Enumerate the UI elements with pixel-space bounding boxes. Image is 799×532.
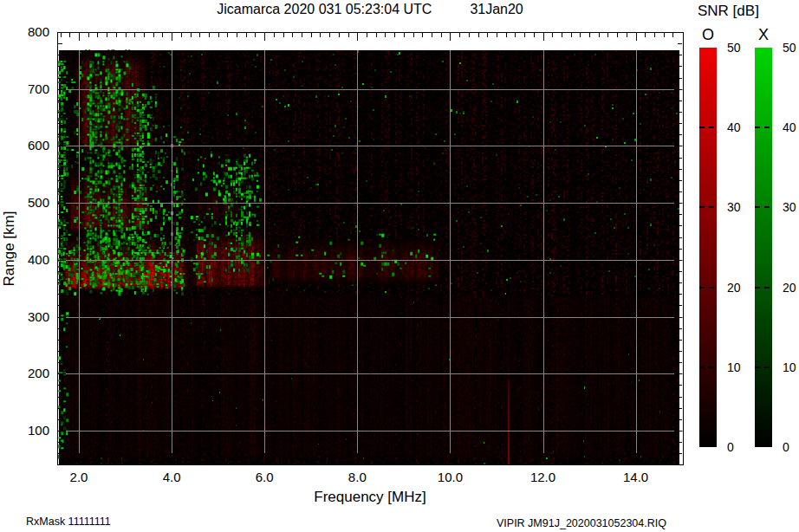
y-tick-label: 500 (0, 195, 49, 211)
colorbar-tick-label: 0 (727, 440, 734, 454)
colorbar-tick-mark (755, 287, 772, 289)
colorbar-tick-mark (755, 127, 772, 128)
y-tick-label: 300 (0, 309, 49, 325)
x-tick-label: 4.0 (163, 470, 181, 485)
title-date: 31Jan20 (470, 2, 523, 17)
x-tick-label: 10.0 (438, 470, 463, 485)
x-tick-label: 12.0 (530, 470, 555, 485)
y-axis-label: Range [km] (1, 211, 18, 287)
colorbar-tick-label: 20 (783, 281, 796, 295)
y-tick-label: 600 (0, 138, 49, 153)
colorbar-tick-label: 40 (783, 120, 796, 134)
colorbar-tick-label: 10 (783, 360, 796, 374)
ionogram-heatmap (57, 32, 684, 465)
filename-text: VIPIR JM91J_2020031052304.RIQ (497, 517, 666, 529)
colorbar-tick-mark (699, 127, 717, 128)
colorbar-pol-label: X (758, 26, 769, 44)
y-tick-label: 400 (0, 252, 49, 268)
colorbar-tick-mark (699, 206, 717, 208)
colorbar-tick-label: 50 (783, 41, 796, 55)
colorbar-tick-label: 40 (727, 120, 741, 134)
colorbar-tick-mark (699, 367, 717, 368)
x-tick-label: 14.0 (623, 470, 648, 485)
colorbar-tick-mark (699, 287, 717, 289)
colorbar-tick-mark (755, 367, 772, 368)
y-tick-label: 200 (0, 366, 49, 381)
colorbar-tick-label: 30 (783, 200, 796, 214)
y-tick-label: 800 (0, 24, 49, 40)
colorbar-title: SNR [dB] (698, 3, 759, 20)
x-axis-label: Frequency [MHz] (57, 489, 683, 506)
x-tick-label: 6.0 (256, 470, 274, 485)
colorbar-tick-mark (755, 206, 772, 208)
plot-title: Jicamarca 2020 031 05:23:04 UTC 31Jan20 (57, 2, 683, 17)
y-tick-label: 700 (0, 81, 49, 97)
title-text: Jicamarca 2020 031 05:23:04 UTC (217, 2, 432, 17)
ionogram-viewer: Jicamarca 2020 031 05:23:04 UTC 31Jan20 … (0, 0, 799, 532)
colorbar-gradient (755, 48, 772, 447)
y-tick-label: 100 (0, 423, 49, 438)
colorbar-tick-label: 10 (727, 360, 741, 374)
colorbar-tick-label: 30 (727, 200, 741, 214)
colorbar-pol-label: O (702, 26, 714, 44)
x-tick-label: 2.0 (70, 470, 88, 485)
colorbar-gradient (699, 48, 717, 447)
colorbar-tick-label: 50 (727, 41, 741, 55)
colorbar-tick-label: 20 (727, 281, 741, 295)
rxmask-text: RxMask 11111111 (26, 516, 111, 528)
colorbar-tick-label: 0 (783, 440, 789, 454)
x-tick-label: 8.0 (348, 470, 367, 485)
